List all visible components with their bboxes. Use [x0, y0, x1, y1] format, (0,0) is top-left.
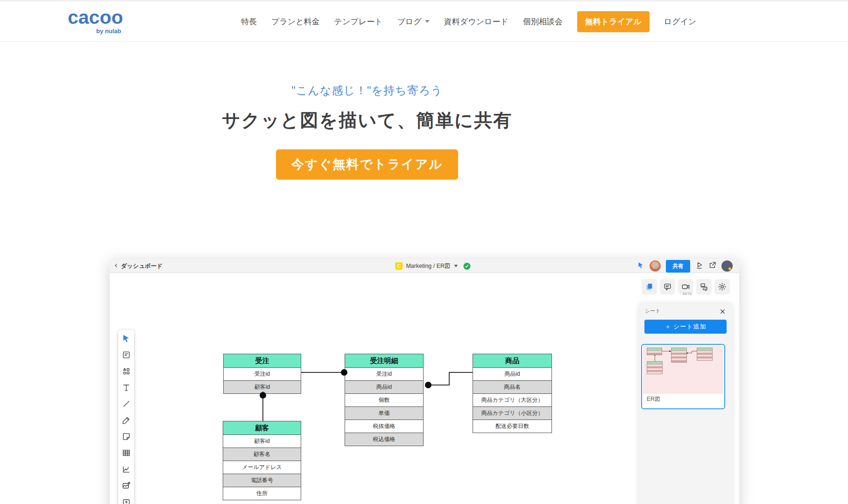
nav-item-label: 個別相談会 — [523, 16, 563, 27]
export-icon — [708, 261, 716, 271]
nav-item-label: 特長 — [241, 16, 257, 27]
chart-tool-icon — [121, 464, 131, 474]
sheet-thumbnail: ER図 — [641, 344, 725, 409]
free-trial-button[interactable]: 無料トライアル — [577, 11, 650, 32]
sheets-panel-icon — [642, 279, 657, 294]
er-table-row: 配送必要日数 — [473, 420, 551, 433]
close-icon — [720, 308, 726, 315]
er-table-row: 税込価格 — [345, 433, 423, 446]
mini-connector-dot — [669, 350, 671, 352]
login-link[interactable]: ログイン — [664, 16, 697, 27]
er-table-row: 商品id — [345, 381, 423, 394]
mini-connector — [692, 351, 697, 351]
er-table-customers: 顧客顧客id顧客名メールアドレス電話番号住所 — [223, 421, 301, 500]
line-tool-icon — [121, 399, 131, 409]
image-tool-icon — [121, 481, 131, 490]
cacoo-logo[interactable]: cacoo by nulab — [68, 8, 123, 34]
er-table-row: 単価 — [345, 407, 423, 420]
cursor-tool-icon — [121, 334, 131, 343]
chevron-down-icon — [454, 265, 458, 267]
logo-byline: by nulab — [68, 28, 123, 34]
hero-tagline: "こんな感じ！"を持ち寄ろう — [0, 83, 734, 98]
er-table-row: 受注id — [224, 368, 301, 381]
shapes-tool-icon — [121, 366, 131, 376]
nav-item[interactable]: 資料ダウンロード — [444, 16, 509, 27]
er-table-row: 顧客id — [223, 435, 301, 448]
sheet-panel-header: シート — [639, 302, 732, 315]
app-screenshot: ダッシュボード C Marketing / ER図 共有 BETA シート ＋ … — [110, 259, 739, 504]
note-tool-icon — [121, 432, 131, 441]
er-table-header: 受注 — [224, 354, 301, 368]
chevron-down-icon — [425, 20, 430, 23]
er-table-row: 個数 — [345, 394, 423, 407]
mini-er-table — [647, 361, 663, 374]
nav-item-label: プランと料金 — [271, 16, 320, 27]
dashboard-back-label: ダッシュボード — [121, 262, 163, 270]
mini-er-table — [697, 348, 713, 361]
sheet-panel: シート ＋ シート追加 ER図 — [639, 302, 732, 504]
er-table-row: 商品カテゴリ（大区分） — [473, 394, 551, 407]
er-table-header: 受注明細 — [345, 354, 423, 368]
er-table-header: 顧客 — [223, 421, 301, 435]
er-table-row: 受注id — [345, 368, 423, 381]
left-toolbar — [118, 330, 134, 504]
mini-er-table — [647, 348, 662, 355]
sheet-name-label: ER図 — [647, 395, 660, 403]
topbar-actions: 共有 — [637, 259, 733, 273]
er-table-row: 電話番号 — [223, 474, 301, 487]
project-badge: C — [395, 262, 403, 270]
embed-tool-icon — [121, 497, 131, 504]
beta-badge: BETA — [683, 292, 692, 295]
nav-item-label: ブログ — [397, 16, 422, 27]
video-panel-icon: BETA — [678, 279, 693, 294]
user-avatar — [721, 260, 733, 272]
nav-item[interactable]: テンプレート — [334, 16, 383, 27]
nav-item-label: テンプレート — [334, 16, 383, 27]
main-nav: 特長プランと料金テンプレートブログ資料ダウンロード個別相談会 無料トライアル ロ… — [241, 1, 696, 42]
chevron-left-icon — [114, 263, 119, 269]
connector-dot — [260, 392, 266, 399]
mini-er-table — [671, 348, 687, 363]
er-table-orders: 受注受注id顧客id — [223, 354, 301, 394]
site-header: cacoo by nulab 特長プランと料金テンプレートブログ資料ダウンロード… — [0, 0, 848, 42]
er-table-row: 商品名 — [473, 381, 551, 394]
breadcrumb-label: Marketing / ER図 — [406, 262, 450, 270]
er-table-header: 商品 — [473, 354, 551, 368]
breadcrumb: C Marketing / ER図 — [395, 259, 470, 273]
hero-cta-button[interactable]: 今すぐ無料でトライアル — [276, 149, 458, 180]
er-table-row: メールアドレス — [223, 461, 301, 474]
nav-item[interactable]: 個別相談会 — [523, 16, 563, 27]
hero-section: "こんな感じ！"を持ち寄ろう サクッと図を描いて、簡単に共有 今すぐ無料でトライ… — [0, 42, 734, 191]
sheet-panel-title: シート — [645, 308, 661, 315]
template-tool-icon — [121, 350, 131, 360]
panel-buttons: BETA — [642, 279, 730, 294]
dashboard-back-link: ダッシュボード — [114, 259, 163, 273]
collaborator-avatar — [650, 260, 661, 272]
nav-item[interactable]: プランと料金 — [271, 16, 320, 27]
nav-item[interactable]: 特長 — [241, 16, 257, 27]
hero-heading: サクッと図を描いて、簡単に共有 — [0, 108, 734, 133]
pencil-tool-icon — [121, 415, 131, 425]
saved-check-icon — [464, 263, 471, 270]
nav-menu: 特長プランと料金テンプレートブログ資料ダウンロード個別相談会 — [241, 16, 563, 27]
add-sheet-button: ＋ シート追加 — [644, 320, 727, 334]
table-tool-icon — [121, 448, 131, 458]
er-table-products: 商品商品id商品名商品カテゴリ（大区分）商品カテゴリ（小区分）配送必要日数 — [473, 354, 552, 433]
editor-topbar: ダッシュボード C Marketing / ER図 共有 — [110, 259, 739, 273]
share-button: 共有 — [666, 260, 690, 273]
nav-item-label: 資料ダウンロード — [444, 16, 509, 27]
collaborator-cursor-icon — [637, 262, 644, 271]
comment-panel-icon — [660, 279, 675, 294]
logo-text: cacoo — [68, 8, 123, 27]
connector-dot — [425, 382, 431, 388]
connector-line — [449, 372, 473, 373]
er-table-row: 商品id — [473, 368, 551, 381]
present-icon — [695, 261, 703, 271]
text-tool-icon — [121, 383, 131, 392]
connector-line — [449, 372, 450, 385]
er-table-row: 顧客名 — [223, 448, 301, 461]
chat-panel-icon — [696, 279, 712, 294]
gear-panel-icon — [714, 279, 730, 294]
nav-item[interactable]: ブログ — [397, 16, 430, 27]
er-table-order-details: 受注明細受注id商品id個数単価税抜価格税込価格 — [345, 354, 424, 446]
